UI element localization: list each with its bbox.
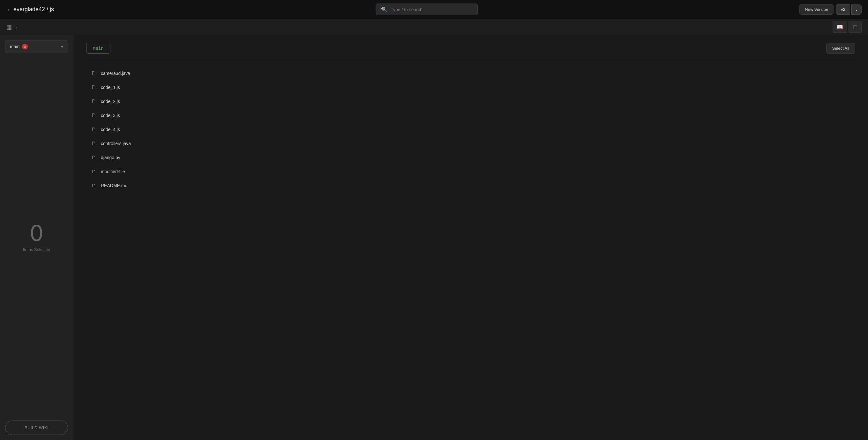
file-icon: 🗋: [91, 169, 96, 174]
file-name: camera3d.java: [101, 71, 130, 76]
topbar: ‹ everglade42 / js 🔍 New Version v2 ⌄: [0, 0, 868, 19]
book-view-button[interactable]: 📖: [833, 21, 847, 33]
branch-name: main: [10, 44, 20, 49]
content-area: main Select All 🗋camera3d.java🗋code_1.js…: [73, 35, 868, 440]
file-name: modified-file: [101, 169, 125, 174]
file-icon: 🗋: [91, 112, 96, 118]
topbar-right: New Version v2 ⌄: [799, 4, 862, 15]
breadcrumb-owner: everglade42 / js: [13, 6, 54, 13]
list-item[interactable]: 🗋django.py: [86, 151, 855, 164]
build-wiki-button[interactable]: BUILD WIKI: [5, 420, 68, 435]
file-name: controllers.java: [101, 141, 131, 146]
items-label: Items Selected: [23, 247, 51, 252]
select-all-button[interactable]: Select All: [826, 43, 855, 54]
file-name: code_2.js: [101, 99, 120, 104]
branch-selector[interactable]: main × ▾: [5, 40, 68, 53]
breadcrumb-chevron-icon[interactable]: ›: [16, 25, 17, 30]
branch-tag: main: [86, 43, 111, 54]
version-dropdown-button[interactable]: ⌄: [851, 4, 862, 15]
search-bar[interactable]: 🔍: [376, 3, 478, 15]
branch-dropdown-icon: ▾: [61, 44, 63, 49]
branch-left: main ×: [10, 44, 28, 49]
main-layout: main × ▾ 0 Items Selected BUILD WIKI mai…: [0, 35, 868, 440]
file-icon: 🗋: [91, 84, 96, 90]
file-icon: 🗋: [91, 99, 96, 104]
list-item[interactable]: 🗋README.md: [86, 179, 855, 192]
file-icon: 🗋: [91, 155, 96, 160]
version-badge: v2 ⌄: [836, 4, 862, 15]
list-item[interactable]: 🗋code_1.js: [86, 81, 855, 94]
breadcrumb: everglade42 / js: [13, 6, 54, 13]
file-icon: 🗋: [91, 141, 96, 146]
list-item[interactable]: 🗋controllers.java: [86, 137, 855, 150]
list-item[interactable]: 🗋code_4.js: [86, 123, 855, 136]
list-item[interactable]: 🗋camera3d.java: [86, 67, 855, 80]
file-name: code_3.js: [101, 113, 120, 118]
file-name: code_4.js: [101, 127, 120, 132]
grid-view-button[interactable]: ◫: [848, 21, 862, 33]
topbar-left: ‹ everglade42 / js: [6, 5, 54, 14]
list-item[interactable]: 🗋modified-file: [86, 165, 855, 178]
items-count: 0: [30, 222, 43, 244]
toolbar-right: 📖 ◫: [833, 21, 862, 33]
panel-icon[interactable]: ▦: [6, 24, 12, 31]
sidebar: main × ▾ 0 Items Selected BUILD WIKI: [0, 35, 73, 440]
search-input[interactable]: [391, 7, 472, 12]
file-name: README.md: [101, 183, 127, 188]
secondary-toolbar: ▦ › 📖 ◫: [0, 19, 868, 35]
file-name: django.py: [101, 155, 120, 160]
content-header: main Select All: [86, 43, 855, 59]
branch-close-badge[interactable]: ×: [22, 44, 28, 49]
search-icon: 🔍: [381, 6, 388, 12]
list-item[interactable]: 🗋code_2.js: [86, 95, 855, 108]
toolbar-left: ▦ ›: [6, 24, 17, 31]
version-button[interactable]: v2: [836, 4, 850, 15]
file-icon: 🗋: [91, 183, 96, 189]
list-item[interactable]: 🗋code_3.js: [86, 109, 855, 122]
items-selected-section: 0 Items Selected: [5, 58, 68, 415]
file-icon: 🗋: [91, 70, 96, 76]
file-name: code_1.js: [101, 85, 120, 90]
file-list: 🗋camera3d.java🗋code_1.js🗋code_2.js🗋code_…: [86, 67, 855, 192]
new-version-button[interactable]: New Version: [799, 4, 834, 15]
file-icon: 🗋: [91, 127, 96, 132]
back-icon[interactable]: ‹: [6, 5, 11, 14]
